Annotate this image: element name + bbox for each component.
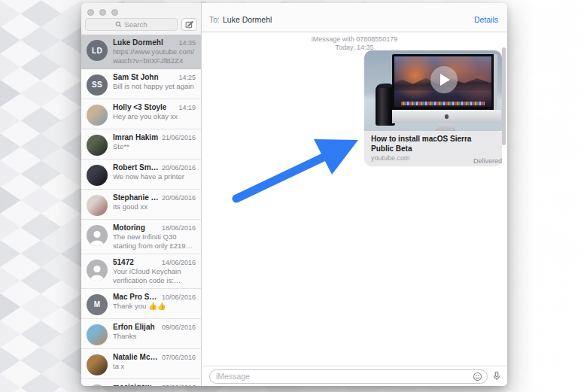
conversation-time: 10/06/2016 bbox=[162, 293, 196, 301]
conversation-time: 20/06/2016 bbox=[162, 194, 196, 202]
conversation-time: 14:19 bbox=[178, 104, 196, 111]
conversation-text: Luke Dormehl 14:35 https://www.youtube.c… bbox=[113, 38, 196, 65]
conversation-text: Sam St John 14:25 Bill is not happy yet … bbox=[113, 73, 196, 91]
conversation-meta: iMessage with 07808550179 Today, 14:35 bbox=[202, 35, 507, 52]
avatar bbox=[87, 354, 108, 375]
conversation-time: 21/06/2016 bbox=[162, 134, 196, 141]
conversation-text: Stephanie Smith 20/06/2016 Its good xx bbox=[113, 193, 196, 211]
message-bubble-link-preview[interactable]: How to install macOS Sierra Public Beta … bbox=[364, 50, 502, 166]
conversation-row[interactable]: Imran Hakim 21/06/2016 Ste** bbox=[81, 129, 201, 160]
avatar bbox=[87, 384, 108, 386]
compose-icon bbox=[185, 20, 193, 29]
close-button[interactable] bbox=[87, 9, 94, 16]
avatar bbox=[87, 195, 108, 216]
apple-logo-icon bbox=[445, 114, 449, 119]
person-silhouette-icon bbox=[87, 261, 108, 281]
conversation-text: Robert Smith 20/06/2016 We now have a pr… bbox=[113, 163, 196, 181]
conversation-name: Stephanie Smith bbox=[113, 193, 160, 202]
chat-body: iMessage with 07808550179 Today, 14:35 bbox=[202, 32, 507, 366]
conversation-row[interactable]: Erfon Elijah 09/06/2016 Thanks bbox=[81, 319, 201, 349]
conversation-preview: Thanks bbox=[113, 332, 196, 341]
delivery-status: Delivered bbox=[364, 157, 502, 165]
conversation-row[interactable]: SS Sam St John 14:25 Bill is not happy y… bbox=[81, 69, 201, 99]
conversation-name: Mac Pro Seller bbox=[113, 293, 160, 301]
search-placeholder: Search bbox=[124, 20, 147, 29]
conversation-text: Mac Pro Seller 10/06/2016 Thank you 👍👍 bbox=[113, 293, 196, 311]
conversation-name: Motoring bbox=[113, 223, 145, 232]
conversation-time: 14:25 bbox=[178, 74, 196, 81]
chat-pane: To:Luke Dormehl Details iMessage with 07… bbox=[202, 3, 507, 386]
avatar: LD bbox=[87, 40, 108, 61]
avatar: M bbox=[87, 294, 108, 315]
search-icon bbox=[115, 21, 122, 28]
conversation-time: 18/06/2016 bbox=[162, 224, 196, 232]
to-label: To: bbox=[209, 15, 220, 24]
video-thumbnail[interactable] bbox=[364, 50, 502, 131]
sidebar-toolbar: Search bbox=[81, 3, 201, 35]
messages-window: Search LD Luke Dormehl 14:35 https://www… bbox=[81, 3, 507, 386]
avatar bbox=[87, 105, 108, 126]
avatar-initials: SS bbox=[92, 81, 102, 89]
conversation-row[interactable]: 51472 14/06/2016 Your iCloud Keychain ve… bbox=[81, 254, 201, 289]
conversation-row[interactable]: Motoring 18/06/2016 The new Infiniti Q30… bbox=[81, 220, 201, 254]
scrollbar-thumb[interactable] bbox=[502, 47, 506, 145]
conversation-name: Imran Hakim bbox=[113, 133, 158, 141]
avatar-initials: M bbox=[94, 300, 101, 308]
conversation-name: Holly <3 Stoyle bbox=[113, 103, 166, 111]
zoom-button[interactable] bbox=[111, 9, 118, 16]
conversation-row[interactable]: Natalie Mclaren 07/06/2016 ta x bbox=[81, 349, 201, 379]
conversation-name: maciejgowin@i... bbox=[113, 383, 160, 386]
play-button-icon[interactable] bbox=[430, 66, 458, 93]
conversation-time: 09/06/2016 bbox=[162, 324, 196, 331]
conversation-row[interactable]: M Mac Pro Seller 10/06/2016 Thank you 👍👍 bbox=[81, 289, 201, 319]
conversation-name: Luke Dormehl bbox=[113, 38, 163, 47]
conversation-text: Natalie Mclaren 07/06/2016 ta x bbox=[113, 353, 196, 371]
conversation-text: maciejgowin@i... 05/06/2016 Satnav says … bbox=[113, 383, 196, 386]
conversation-row[interactable]: LD Luke Dormehl 14:35 https://www.youtub… bbox=[81, 35, 201, 69]
recipient-name: Luke Dormehl bbox=[223, 15, 272, 24]
conversation-time: 07/06/2016 bbox=[162, 354, 196, 361]
message-input[interactable]: iMessage bbox=[209, 369, 488, 384]
emoji-picker-icon[interactable] bbox=[473, 372, 482, 381]
avatar: SS bbox=[87, 74, 108, 96]
imac-chin bbox=[392, 110, 501, 123]
message-input-placeholder: iMessage bbox=[216, 372, 473, 381]
person-silhouette-icon bbox=[87, 226, 108, 246]
minimize-button[interactable] bbox=[99, 9, 106, 16]
avatar-initials: LD bbox=[92, 47, 102, 55]
conversation-preview: Bill is not happy yet again bbox=[113, 82, 196, 91]
imessage-with-line: iMessage with 07808550179 bbox=[202, 35, 507, 44]
conversation-name: Natalie Mclaren bbox=[113, 353, 160, 361]
avatar bbox=[87, 324, 108, 345]
conversation-text: Holly <3 Stoyle 14:19 Hey are you okay x… bbox=[113, 103, 196, 121]
conversation-text: Imran Hakim 21/06/2016 Ste** bbox=[113, 133, 196, 151]
conversation-name: 51472 bbox=[113, 258, 134, 266]
conversation-time: 05/06/2016 bbox=[162, 384, 196, 386]
conversation-name: Robert Smith bbox=[113, 163, 160, 172]
chat-header: To:Luke Dormehl Details bbox=[202, 3, 507, 32]
conversation-row[interactable]: Holly <3 Stoyle 14:19 Hey are you okay x… bbox=[81, 99, 201, 129]
avatar bbox=[87, 165, 108, 186]
conversation-text: Erfon Elijah 09/06/2016 Thanks bbox=[113, 323, 196, 341]
avatar bbox=[87, 135, 108, 156]
message-input-bar: iMessage bbox=[202, 366, 507, 386]
conversation-row[interactable]: Robert Smith 20/06/2016 We now have a pr… bbox=[81, 160, 201, 190]
conversation-preview: https://www.youtube.com/watch?v=bIIXFJfB… bbox=[113, 47, 196, 65]
conversation-time: 14/06/2016 bbox=[162, 259, 196, 266]
conversation-list: LD Luke Dormehl 14:35 https://www.youtub… bbox=[81, 35, 201, 386]
conversation-preview: Ste** bbox=[113, 142, 196, 151]
conversation-preview: Thank you 👍👍 bbox=[113, 302, 196, 311]
compose-button[interactable] bbox=[181, 18, 197, 31]
conversation-row[interactable]: maciejgowin@i... 05/06/2016 Satnav says … bbox=[81, 379, 201, 386]
details-button[interactable]: Details bbox=[474, 15, 498, 24]
conversation-text: Motoring 18/06/2016 The new Infiniti Q30… bbox=[113, 223, 196, 251]
conversation-text: 51472 14/06/2016 Your iCloud Keychain ve… bbox=[113, 258, 196, 285]
window-controls bbox=[87, 9, 118, 16]
microphone-icon[interactable] bbox=[492, 371, 501, 381]
avatar bbox=[87, 225, 108, 246]
search-input[interactable]: Search bbox=[85, 18, 178, 31]
macos-dock bbox=[401, 102, 485, 105]
sidebar: Search LD Luke Dormehl 14:35 https://www… bbox=[81, 3, 202, 386]
conversation-row[interactable]: Stephanie Smith 20/06/2016 Its good xx bbox=[81, 190, 201, 220]
conversation-name: Erfon Elijah bbox=[113, 323, 155, 331]
